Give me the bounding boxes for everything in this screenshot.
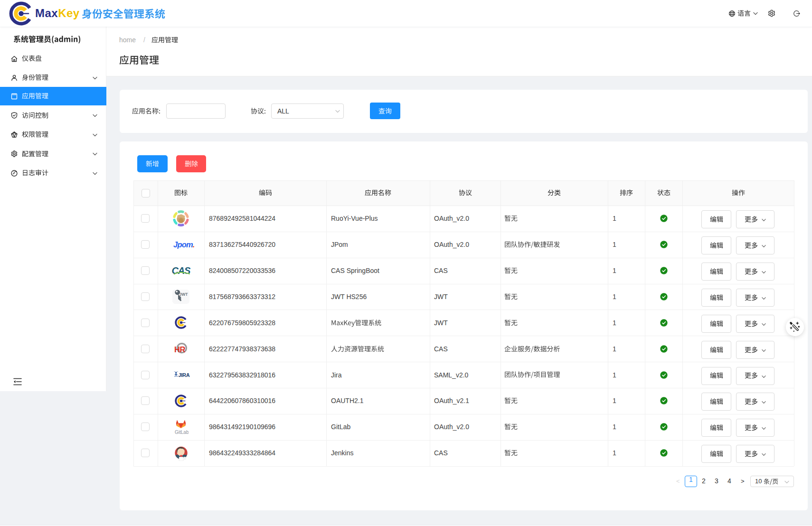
- svg-text:JWT: JWT: [179, 292, 189, 297]
- svg-text:HR: HR: [174, 345, 185, 353]
- svg-text:GitLab: GitLab: [175, 429, 189, 434]
- svg-text:JIRA: JIRA: [179, 372, 190, 378]
